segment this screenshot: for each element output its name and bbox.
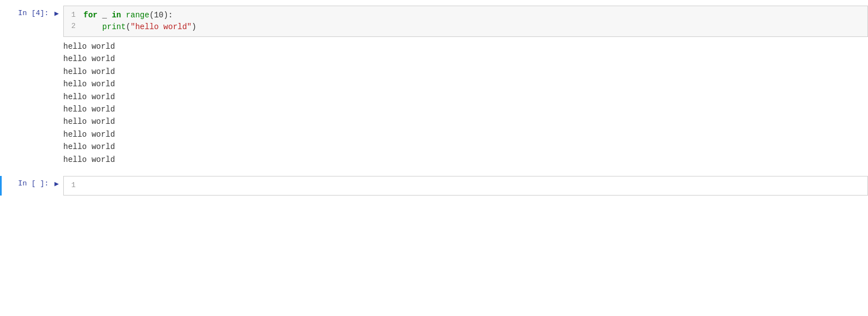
output-line-5: hello world <box>63 91 868 103</box>
cell-1-output: hello world hello world hello world hell… <box>2 37 868 171</box>
cell-2-code-area: 1 <box>63 176 868 196</box>
output-line-8: hello world <box>63 128 868 141</box>
cell-2: In [ ]: ▶ 1 <box>0 176 868 196</box>
cell-2-code-line-1 <box>83 180 863 192</box>
code-line-2: print("hello world") <box>83 21 863 33</box>
notebook: In [4]: ▶ 1 2 for _ in range(10): print(… <box>0 0 868 316</box>
output-line-7: hello world <box>63 115 868 128</box>
output-line-6: hello world <box>63 103 868 115</box>
output-line-2: hello world <box>63 53 868 65</box>
cell-1-in-label: In <box>18 9 27 17</box>
cell-2-run-icon[interactable]: ▶ <box>54 179 59 188</box>
cell-1-code-content[interactable]: for _ in range(10): print("hello world") <box>79 6 868 37</box>
cell-2-line-numbers: 1 <box>63 176 79 196</box>
output-line-1: hello world <box>63 40 868 53</box>
cell-2-prompt: In [ ]: ▶ <box>2 176 63 196</box>
cell-1: In [4]: ▶ 1 2 for _ in range(10): print(… <box>0 6 868 171</box>
output-line-3: hello world <box>63 66 868 78</box>
cell-1-run-icon[interactable]: ▶ <box>54 9 59 18</box>
cell-1-prompt: In [4]: ▶ <box>2 6 63 37</box>
cell-2-prompt-number: [ ]: <box>31 179 49 188</box>
cell-1-code-area: 1 2 for _ in range(10): print("hello wor… <box>63 6 868 37</box>
cell-1-line-numbers: 1 2 <box>63 6 79 37</box>
cell-2-code-content[interactable] <box>79 176 868 196</box>
cell-1-output-content: hello world hello world hello world hell… <box>63 39 868 167</box>
cell-1-prompt-number: [4]: <box>31 9 49 17</box>
code-line-1: for _ in range(10): <box>83 10 863 21</box>
output-line-9: hello world <box>63 141 868 153</box>
cell-2-in-label: In <box>18 179 27 188</box>
output-line-4: hello world <box>63 78 868 90</box>
output-line-10: hello world <box>63 154 868 166</box>
